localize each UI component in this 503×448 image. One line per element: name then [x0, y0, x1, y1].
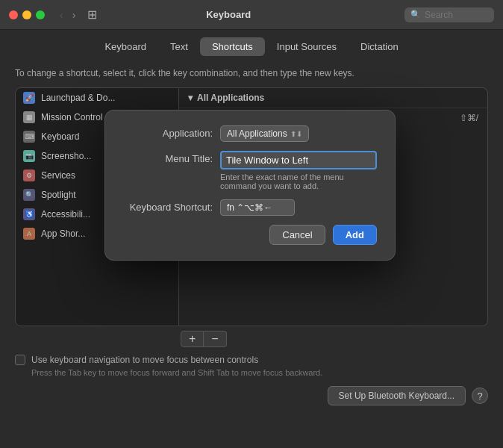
- application-select[interactable]: All Applications ⬆⬇: [220, 125, 309, 142]
- spotlight-icon: 🔍: [23, 189, 35, 201]
- menu-title-hint: Enter the exact name of the menu command…: [220, 172, 377, 190]
- keyboard-nav-label: Use keyboard navigation to move focus be…: [31, 355, 258, 365]
- keyboard-shortcut-row: Keyboard Shortcut: fn ⌃⌥⌘←: [123, 199, 377, 216]
- tab-dictation[interactable]: Dictation: [349, 37, 410, 56]
- sidebar-item-label: Spotlight: [41, 190, 76, 200]
- chevron-updown-icon: ⬆⬇: [290, 130, 302, 138]
- sidebar-item-label: Mission Control: [41, 112, 103, 122]
- window-title: Keyboard: [58, 9, 399, 20]
- footer-bottom: Set Up Bluetooth Keyboard... ?: [15, 386, 488, 405]
- traffic-lights: [9, 10, 45, 19]
- keyboard-shortcut-input[interactable]: fn ⌃⌥⌘←: [220, 199, 295, 216]
- menu-title-label: Menu Title:: [123, 151, 213, 164]
- services-icon: ⚙: [23, 169, 35, 181]
- application-row: Application: All Applications ⬆⬇: [123, 125, 377, 142]
- shortcut-display: ⇧⌘/: [460, 113, 478, 123]
- keyboard-nav-row: Use keyboard navigation to move focus be…: [15, 355, 488, 365]
- search-box[interactable]: 🔍: [404, 7, 494, 22]
- sidebar-item-label: Accessibili...: [41, 209, 90, 220]
- help-button[interactable]: ?: [472, 388, 488, 404]
- search-input[interactable]: [425, 10, 484, 20]
- search-icon: 🔍: [410, 10, 421, 19]
- right-panel-title: All Applications: [197, 93, 264, 103]
- keyboard-icon: ⌨: [23, 131, 35, 143]
- sidebar-item-label: Keyboard: [41, 131, 79, 142]
- keyboard-nav-hint: Press the Tab key to move focus forward …: [31, 368, 488, 377]
- add-shortcut-dialog: Application: All Applications ⬆⬇ Menu Ti…: [104, 110, 396, 261]
- right-panel-header: ▾ All Applications: [179, 88, 487, 108]
- minimize-button[interactable]: [22, 10, 31, 19]
- tab-input-sources[interactable]: Input Sources: [265, 37, 349, 56]
- screenshot-icon: 📷: [23, 150, 35, 162]
- keyboard-shortcut-label: Keyboard Shortcut:: [123, 199, 213, 213]
- accessibility-icon: ♿: [23, 208, 35, 220]
- sidebar-item-label: Services: [41, 170, 75, 181]
- disclosure-arrow: ▾: [188, 93, 193, 103]
- remove-shortcut-button[interactable]: −: [204, 331, 226, 347]
- bluetooth-keyboard-button[interactable]: Set Up Bluetooth Keyboard...: [328, 386, 466, 405]
- tab-text[interactable]: Text: [158, 37, 200, 56]
- application-value: All Applications: [227, 128, 287, 139]
- mission-icon: ▦: [23, 111, 35, 123]
- keyboard-nav-checkbox[interactable]: [15, 355, 25, 365]
- add-button[interactable]: Add: [333, 225, 377, 245]
- tab-keyboard[interactable]: Keyboard: [93, 37, 158, 56]
- footer: Use keyboard navigation to move focus be…: [0, 347, 503, 411]
- application-control: All Applications ⬆⬇: [220, 125, 377, 142]
- menu-title-row: Menu Title: Enter the exact name of the …: [123, 151, 377, 190]
- keyboard-shortcut-control: fn ⌃⌥⌘←: [220, 199, 377, 216]
- add-shortcut-button[interactable]: +: [181, 331, 204, 347]
- hint-text: To change a shortcut, select it, click t…: [15, 68, 488, 78]
- dialog-buttons: Cancel Add: [123, 225, 377, 245]
- sidebar-item-launchpad[interactable]: 🚀 Launchpad & Do...: [16, 88, 178, 108]
- sidebar-item-label: Launchpad & Do...: [41, 93, 115, 103]
- tab-shortcuts[interactable]: Shortcuts: [200, 37, 265, 56]
- close-button[interactable]: [9, 10, 18, 19]
- cancel-button[interactable]: Cancel: [269, 225, 325, 245]
- content-area: 🚀 Launchpad & Do... ▦ Mission Control ⌨ …: [15, 87, 488, 326]
- tabs-bar: Keyboard Text Shortcuts Input Sources Di…: [0, 30, 503, 59]
- menu-title-input[interactable]: [220, 151, 377, 169]
- sidebar-item-label: App Shor...: [41, 228, 85, 239]
- title-bar: ‹ › ⊞ Keyboard 🔍: [0, 0, 503, 30]
- maximize-button[interactable]: [36, 10, 45, 19]
- main-content: To change a shortcut, select it, click t…: [0, 59, 503, 347]
- application-label: Application:: [123, 125, 213, 139]
- launchpad-icon: 🚀: [23, 92, 35, 104]
- menu-title-control: Enter the exact name of the menu command…: [220, 151, 377, 190]
- appshortcuts-icon: A: [23, 228, 35, 240]
- sidebar-item-label: Screensho...: [41, 151, 91, 161]
- add-remove-bar: + −: [15, 326, 488, 347]
